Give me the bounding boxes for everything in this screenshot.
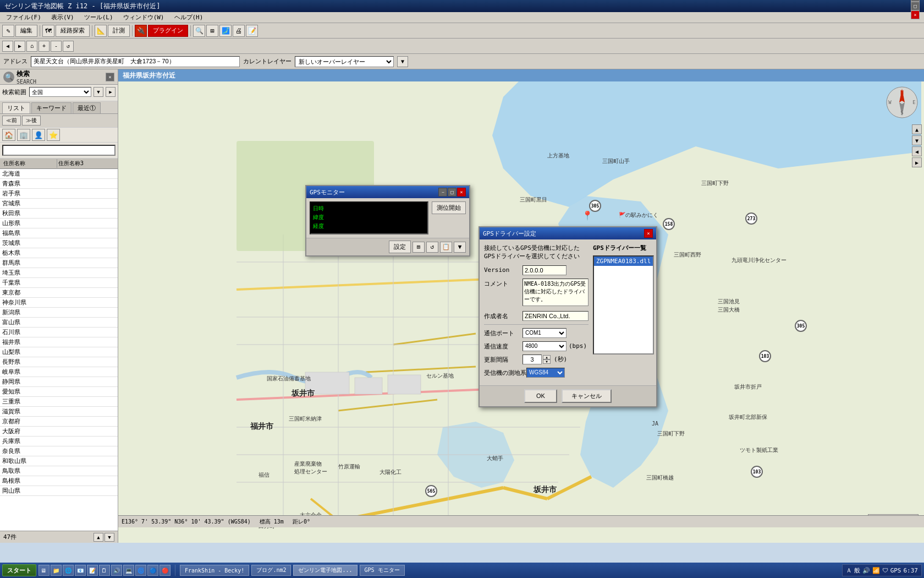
- calc-icon[interactable]: 📐: [95, 25, 107, 37]
- list-item[interactable]: 滋賀県: [0, 407, 118, 417]
- status-btn1[interactable]: ▲: [94, 533, 103, 542]
- gps-tool3[interactable]: 📋: [440, 242, 452, 253]
- list-item[interactable]: 三重県: [0, 397, 118, 407]
- plugin-button[interactable]: プラグイン: [148, 25, 188, 37]
- maximize-button[interactable]: □: [911, 2, 920, 10]
- ql-icon1[interactable]: 🖥: [38, 565, 50, 576]
- list-item[interactable]: 青森県: [0, 179, 118, 189]
- list-item[interactable]: 和歌山県: [0, 456, 118, 466]
- menu-file[interactable]: ファイル(F): [2, 12, 45, 23]
- plugin-icon[interactable]: 🔌: [135, 25, 147, 37]
- list-item[interactable]: 愛知県: [0, 387, 118, 397]
- icon-print[interactable]: 🖨: [233, 25, 245, 37]
- port-select[interactable]: COM1 COM2 COM3: [522, 328, 566, 338]
- taskbar-zenrin[interactable]: ゼンリン電子地図...: [293, 565, 357, 576]
- search-close-btn[interactable]: ×: [106, 73, 114, 81]
- ql-icon6[interactable]: 🗒: [99, 565, 110, 576]
- driver-list-item[interactable]: ZGPNMEA0183.dll: [594, 257, 653, 266]
- close-button[interactable]: ×: [911, 10, 920, 19]
- coord-select[interactable]: WGS84 Tokyo: [526, 368, 565, 378]
- nav-forward[interactable]: ▶: [14, 41, 25, 52]
- nav-zoom-out[interactable]: -: [51, 41, 62, 52]
- gps-start-btn[interactable]: 測位開始: [432, 201, 466, 214]
- gps-monitor-min[interactable]: －: [438, 188, 447, 197]
- route-icon[interactable]: 🗺: [42, 25, 54, 37]
- list-item[interactable]: 兵庫県: [0, 437, 118, 446]
- taskbar-franksin[interactable]: FrankShin - Becky!: [180, 565, 249, 576]
- nav-back[interactable]: ◀: [2, 41, 13, 52]
- gps-driver-close[interactable]: ×: [644, 229, 653, 238]
- list-item[interactable]: 長野県: [0, 357, 118, 367]
- list-item[interactable]: 大阪府: [0, 427, 118, 437]
- list-item[interactable]: 栃木県: [0, 248, 118, 258]
- scope-action-btn[interactable]: ▶: [106, 87, 116, 97]
- ql-icon2[interactable]: 📁: [51, 565, 62, 576]
- layer-select[interactable]: 新しいオーバーレイヤー: [295, 56, 394, 67]
- interval-down[interactable]: ▼: [543, 359, 551, 364]
- menu-window[interactable]: ウィンドウ(W): [119, 12, 168, 23]
- nav-home[interactable]: ⌂: [26, 41, 37, 52]
- list-item[interactable]: 埼玉県: [0, 268, 118, 278]
- list-item[interactable]: 北海道: [0, 169, 118, 179]
- version-input[interactable]: [522, 265, 566, 275]
- start-button[interactable]: スタート: [2, 564, 36, 576]
- list-item[interactable]: 静岡県: [0, 377, 118, 387]
- ql-icon4[interactable]: 📧: [75, 565, 86, 576]
- taskbar-gps[interactable]: GPS モニター: [360, 565, 405, 576]
- address-input[interactable]: [31, 56, 240, 67]
- menu-view[interactable]: 表示(V): [47, 12, 78, 23]
- list-item[interactable]: 京都府: [0, 417, 118, 427]
- list-item[interactable]: 石川県: [0, 328, 118, 337]
- menu-help[interactable]: ヘルプ(H): [170, 12, 207, 23]
- list-item[interactable]: 福島県: [0, 228, 118, 238]
- building-icon-btn[interactable]: 🏢: [17, 129, 30, 141]
- list-item[interactable]: 島根県: [0, 476, 118, 486]
- list-item[interactable]: 東京都: [0, 288, 118, 298]
- list-item[interactable]: 岩手県: [0, 189, 118, 199]
- interval-input[interactable]: [522, 355, 542, 364]
- list-item[interactable]: 群馬県: [0, 258, 118, 268]
- driver-list[interactable]: ZGPNMEA0183.dll: [593, 255, 654, 355]
- ql-icon7[interactable]: 🔊: [111, 565, 122, 576]
- cancel-button[interactable]: キャンセル: [562, 389, 612, 403]
- interval-up[interactable]: ▲: [543, 355, 551, 359]
- nav-zoom-in[interactable]: +: [38, 41, 50, 52]
- ql-icon11[interactable]: 🔴: [160, 565, 170, 576]
- list-item[interactable]: 秋田県: [0, 209, 118, 219]
- ql-icon9[interactable]: 🌀: [135, 565, 146, 576]
- list-item[interactable]: 新潟県: [0, 308, 118, 318]
- tab-recent[interactable]: 最近①: [73, 102, 101, 113]
- gps-tool1[interactable]: ⊞: [413, 242, 425, 253]
- scope-options-btn[interactable]: ▼: [94, 87, 103, 97]
- route-button[interactable]: 経路探索: [56, 25, 90, 37]
- star-icon-btn[interactable]: ⭐: [47, 129, 60, 141]
- list-item[interactable]: 山形県: [0, 219, 118, 228]
- list-item[interactable]: 千葉県: [0, 278, 118, 288]
- ok-button[interactable]: OK: [524, 389, 557, 403]
- ql-icon10[interactable]: 🔵: [147, 565, 158, 576]
- ql-icon3[interactable]: 🌐: [63, 565, 74, 576]
- list-item[interactable]: 岡山県: [0, 486, 118, 496]
- tab-list[interactable]: リスト: [2, 102, 30, 113]
- next-btn[interactable]: ≫後: [22, 116, 41, 126]
- toolbar-icon1[interactable]: ✎: [2, 25, 14, 37]
- baud-select[interactable]: 4800 9600 19200: [522, 341, 566, 351]
- scope-select[interactable]: 全国: [29, 87, 91, 97]
- scroll-right[interactable]: ▶: [912, 157, 922, 167]
- calc-button[interactable]: 計測: [108, 25, 130, 37]
- list-item[interactable]: 山梨県: [0, 347, 118, 357]
- icon-map[interactable]: 🗾: [219, 25, 232, 37]
- list-item[interactable]: 奈良県: [0, 446, 118, 456]
- map-area[interactable]: 福井県坂井市付近 上方基地 三国町黒目 三国町山手 三国町西野 三国町下野 三国…: [118, 69, 924, 543]
- search-input[interactable]: [2, 145, 116, 156]
- gps-monitor-close[interactable]: ×: [457, 188, 466, 197]
- scroll-left[interactable]: ◀: [912, 146, 922, 156]
- tab-keyword[interactable]: キーワード: [31, 102, 72, 113]
- layer-options[interactable]: ▼: [397, 56, 408, 67]
- scroll-up[interactable]: ▲: [912, 124, 922, 134]
- list-item[interactable]: 福井県: [0, 337, 118, 347]
- list-item[interactable]: 神奈川県: [0, 298, 118, 308]
- scroll-down[interactable]: ▼: [912, 135, 922, 145]
- icon-note[interactable]: 📝: [246, 25, 258, 37]
- list-item[interactable]: 宮城県: [0, 199, 118, 209]
